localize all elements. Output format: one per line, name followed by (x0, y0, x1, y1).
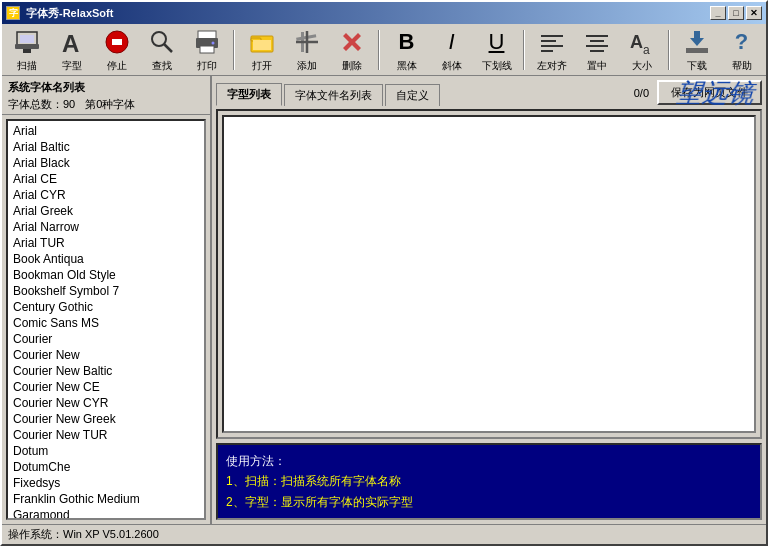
info-line3: 2、字型：显示所有字体的实际字型 (226, 492, 752, 512)
sep1 (233, 30, 235, 70)
toolbar-download[interactable]: 下载 (676, 24, 717, 75)
toolbar-delete[interactable]: 删除 (331, 24, 372, 75)
svg-rect-2 (15, 44, 39, 49)
sep4 (668, 30, 670, 70)
toolbar-find[interactable]: 查找 (141, 24, 182, 75)
font-list-item[interactable]: Dotum (10, 443, 202, 459)
font-list-item[interactable]: Arial Greek (10, 203, 202, 219)
font-list-item[interactable]: Courier (10, 331, 202, 347)
size-label: 大小 (632, 59, 652, 73)
toolbar-print[interactable]: 打印 (186, 24, 227, 75)
svg-rect-29 (686, 48, 708, 53)
font-list-item[interactable]: Century Gothic (10, 299, 202, 315)
toolbar-underline[interactable]: U 下划线 (476, 24, 517, 75)
font-list[interactable]: ArialArial BalticArial BlackArial CEAria… (8, 121, 204, 518)
title-controls: _ □ ✕ (710, 6, 762, 20)
tab-font-list[interactable]: 字型列表 (216, 83, 282, 106)
size-icon: A a (626, 26, 658, 58)
minimize-button[interactable]: _ (710, 6, 726, 20)
toolbar-center[interactable]: 置中 (576, 24, 617, 75)
svg-rect-11 (200, 46, 214, 53)
toolbar-font[interactable]: A 字型 (51, 24, 92, 75)
delete-icon (336, 26, 368, 58)
svg-rect-6 (112, 39, 122, 45)
add-label: 添加 (297, 59, 317, 73)
tabs-container: 字型列表 字体文件名列表 自定义 (216, 82, 442, 105)
toolbar-size[interactable]: A a 大小 (621, 24, 662, 75)
status-text: 操作系统：Win XP V5.01.2600 (8, 527, 159, 542)
find-icon (146, 26, 178, 58)
font-list-item[interactable]: DotumChe (10, 459, 202, 475)
toolbar-left[interactable]: 左对齐 (531, 24, 572, 75)
toolbar-stop[interactable]: 停止 (96, 24, 137, 75)
font-list-item[interactable]: Book Antiqua (10, 251, 202, 267)
font-list-item[interactable]: Arial Narrow (10, 219, 202, 235)
toolbar-scan[interactable]: 扫描 (6, 24, 47, 75)
close-button[interactable]: ✕ (746, 6, 762, 20)
font-list-item[interactable]: Arial Baltic (10, 139, 202, 155)
font-list-item[interactable]: Arial CE (10, 171, 202, 187)
sep2 (378, 30, 380, 70)
tab-font-files[interactable]: 字体文件名列表 (284, 84, 383, 106)
font-list-item[interactable]: Garamond (10, 507, 202, 518)
svg-rect-3 (23, 49, 31, 53)
toolbar-add[interactable]: 添加 (286, 24, 327, 75)
tab-content-area (216, 109, 762, 439)
font-preview-area (222, 115, 756, 433)
underline-label: 下划线 (482, 59, 512, 73)
font-list-item[interactable]: Arial CYR (10, 187, 202, 203)
left-align-icon (536, 26, 568, 58)
app-icon: 字 (6, 6, 20, 20)
underline-icon: U (481, 26, 513, 58)
left-panel-stats: 字体总数：90 第0种字体 (8, 97, 204, 112)
left-label: 左对齐 (537, 59, 567, 73)
title-bar: 字 字体秀-RelaxSoft _ □ ✕ (2, 2, 766, 24)
help-label: 帮助 (732, 59, 752, 73)
italic-label: 斜体 (442, 59, 462, 73)
print-icon (191, 26, 223, 58)
toolbar-open[interactable]: 打开 (241, 24, 282, 75)
svg-point-7 (152, 32, 166, 46)
center-align-icon (581, 26, 613, 58)
open-icon (246, 26, 278, 58)
svg-marker-18 (343, 33, 361, 51)
scan-icon (11, 26, 43, 58)
font-list-item[interactable]: Courier New Greek (10, 411, 202, 427)
svg-rect-15 (253, 40, 271, 50)
maximize-button[interactable]: □ (728, 6, 744, 20)
left-panel: 系统字体名列表 字体总数：90 第0种字体 ArialArial BalticA… (2, 76, 212, 524)
font-list-item[interactable]: Courier New CYR (10, 395, 202, 411)
font-list-item[interactable]: Arial Black (10, 155, 202, 171)
center-label: 置中 (587, 59, 607, 73)
main-content: 系统字体名列表 字体总数：90 第0种字体 ArialArial BalticA… (2, 76, 766, 524)
font-list-item[interactable]: Arial TUR (10, 235, 202, 251)
font-list-item[interactable]: Arial (10, 123, 202, 139)
font-list-item[interactable]: Courier New TUR (10, 427, 202, 443)
toolbar-italic[interactable]: I 斜体 (431, 24, 472, 75)
italic-icon: I (436, 26, 468, 58)
svg-text:a: a (643, 43, 650, 56)
font-list-item[interactable]: Bookman Old Style (10, 267, 202, 283)
bold-icon: B (391, 26, 423, 58)
font-label: 字型 (62, 59, 82, 73)
font-list-item[interactable]: Franklin Gothic Medium (10, 491, 202, 507)
font-list-container: ArialArial BalticArial BlackArial CEAria… (6, 119, 206, 520)
info-line2: 1、扫描：扫描系统所有字体名称 (226, 471, 752, 491)
font-list-item[interactable]: Comic Sans MS (10, 315, 202, 331)
font-list-item[interactable]: Bookshelf Symbol 7 (10, 283, 202, 299)
svg-line-8 (164, 44, 172, 52)
svg-text:A: A (62, 30, 79, 56)
download-label: 下载 (687, 59, 707, 73)
info-line1: 使用方法： (226, 451, 752, 471)
font-list-item[interactable]: Courier New Baltic (10, 363, 202, 379)
toolbar-help[interactable]: ? 帮助 (721, 24, 762, 75)
svg-point-12 (211, 42, 214, 45)
svg-text:A: A (630, 32, 643, 52)
font-list-item[interactable]: Courier New CE (10, 379, 202, 395)
main-window: 字 字体秀-RelaxSoft _ □ ✕ 扫描 A (0, 0, 768, 546)
info-box: 使用方法： 1、扫描：扫描系统所有字体名称 2、字型：显示所有字体的实际字型 (216, 443, 762, 520)
toolbar-bold[interactable]: B 黑体 (386, 24, 427, 75)
font-list-item[interactable]: Courier New (10, 347, 202, 363)
tab-custom[interactable]: 自定义 (385, 84, 440, 106)
font-list-item[interactable]: Fixedsys (10, 475, 202, 491)
